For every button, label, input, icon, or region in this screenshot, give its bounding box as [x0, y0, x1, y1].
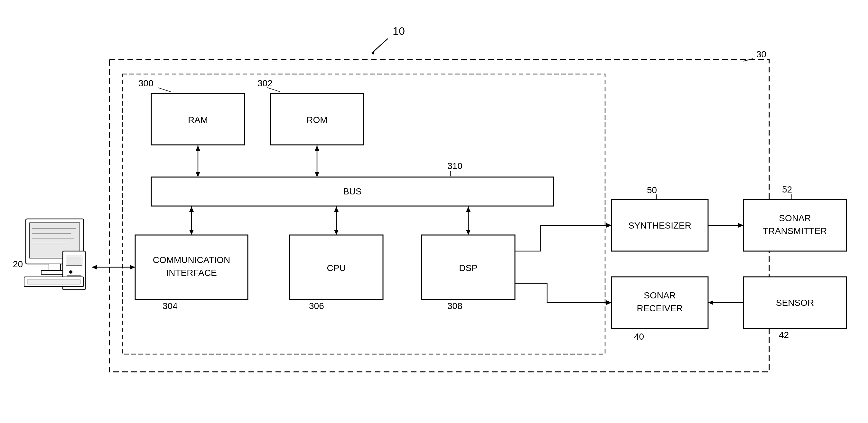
rom-label: ROM — [306, 115, 327, 125]
svg-rect-45 — [66, 256, 82, 266]
sonar-transmitter-label1: SONAR — [779, 213, 811, 223]
svg-rect-43 — [49, 264, 61, 270]
comm-interface-label2: INTERFACE — [166, 268, 217, 278]
diagram-container: 10 30 RAM 300 ROM 302 BUS 310 — [0, 0, 868, 423]
sonar-transmitter-label2: TRANSMITTER — [763, 226, 827, 236]
sensor-label: SENSOR — [776, 298, 814, 308]
sonar-receiver-box — [612, 277, 708, 328]
label-310: 310 — [447, 161, 463, 171]
dsp-label: DSP — [459, 263, 477, 273]
label-306: 306 — [309, 301, 324, 311]
sonar-receiver-label1: SONAR — [644, 290, 676, 300]
label-50: 50 — [647, 185, 657, 195]
synthesizer-label: SYNTHESIZER — [628, 220, 691, 231]
cpu-label: CPU — [327, 263, 346, 273]
label-52: 52 — [782, 184, 792, 194]
label-20: 20 — [13, 259, 23, 269]
diagram-title: 10 — [393, 25, 405, 37]
ram-label: RAM — [188, 115, 208, 125]
svg-point-46 — [69, 270, 72, 274]
label-42: 42 — [779, 330, 789, 340]
label-304: 304 — [162, 301, 178, 311]
comm-interface-box — [135, 235, 248, 299]
label-30: 30 — [756, 49, 766, 59]
svg-rect-0 — [0, 0, 868, 423]
svg-rect-49 — [27, 279, 81, 284]
label-40: 40 — [634, 332, 644, 341]
label-302: 302 — [257, 78, 273, 88]
bus-label: BUS — [343, 186, 362, 197]
sonar-receiver-label2: RECEIVER — [637, 303, 683, 313]
label-308: 308 — [447, 301, 463, 311]
sonar-transmitter-box — [743, 200, 846, 251]
comm-interface-label1: COMMUNICATION — [153, 255, 230, 265]
label-300: 300 — [138, 78, 154, 88]
